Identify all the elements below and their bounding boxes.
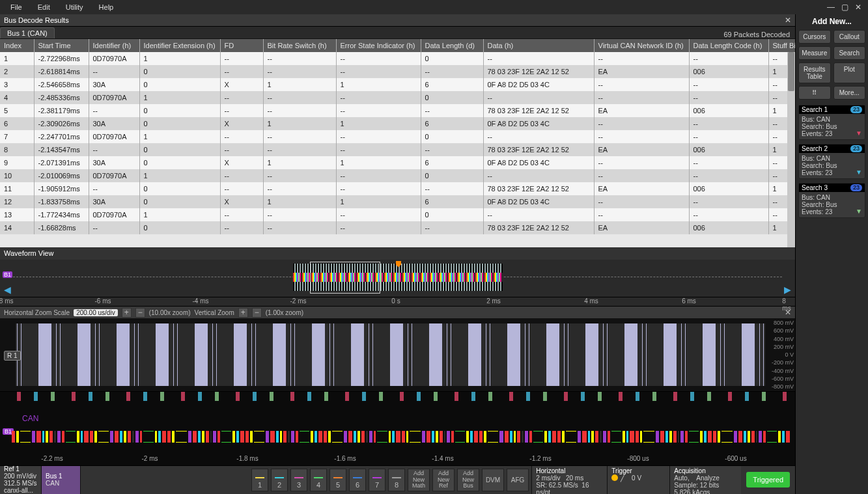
more--button[interactable]: More... <box>833 86 866 100</box>
measure-button[interactable]: Measure <box>798 46 831 60</box>
analog-waveform-area[interactable]: R 1 800 mV600 mV400 mV200 mV0 V-200 mV-4… <box>0 318 795 392</box>
window-minimize-icon[interactable]: — <box>827 3 835 12</box>
zoom-scale-value[interactable]: 200.00 us/div <box>74 309 118 316</box>
menu-help[interactable]: Help <box>91 3 122 11</box>
table-row[interactable]: 7-2.247701ms0D70970A1------0---------- <box>0 130 795 143</box>
zoom-v-plus-icon[interactable]: + <box>238 308 248 318</box>
table-vscroll[interactable] <box>787 52 795 247</box>
add-new-bus-button[interactable]: AddNewBus <box>457 469 479 491</box>
column-header[interactable]: Stuff Bit Count (h) <box>768 39 795 52</box>
column-header[interactable]: Bit Rate Switch (h) <box>263 39 336 52</box>
table-row[interactable]: 11-1.905912ms--0--------78 03 23F 12E 2A… <box>0 182 795 195</box>
column-header[interactable]: Data Length Code (h) <box>689 39 768 52</box>
add-new-math-button[interactable]: AddNewMath <box>408 469 430 491</box>
channel-6-button[interactable]: 6 <box>349 469 366 491</box>
bus-segment <box>708 431 712 443</box>
acquisition-settings-box[interactable]: Acquisition Auto, Analyze Sample: 12 bit… <box>669 466 741 494</box>
bus-decode-strip[interactable]: B1 CAN -2.2 ms-2 ms-1.8 ms-1.6 ms-1.4 ms… <box>0 392 795 465</box>
channel-2-button[interactable]: 2 <box>271 469 288 491</box>
table-row[interactable]: 8-2.143547ms--0--------78 03 23F 12E 2A2… <box>0 143 795 156</box>
window-close-icon[interactable]: ✕ <box>855 3 861 12</box>
window-maximize-icon[interactable]: ▢ <box>841 3 848 12</box>
search-1-pane[interactable]: Search 123Bus: CANSearch: BusEvents: 23▼ <box>798 105 865 140</box>
zoom-h-minus-icon[interactable]: − <box>135 308 145 318</box>
bus-segment <box>636 431 639 443</box>
table-row[interactable]: 6-2.309026ms30A0X1160F A8 D2 D5 03 4C---… <box>0 117 795 130</box>
zoom-h-plus-icon[interactable]: + <box>122 308 132 318</box>
overview-right-arrow-icon[interactable]: ▶ <box>784 284 791 295</box>
plot-button[interactable]: Plot <box>833 62 866 83</box>
table-row[interactable]: 14-1.66828ms--0--------78 03 23F 12E 2A2… <box>0 221 795 234</box>
table-row[interactable]: 3-2.546658ms30A0X1160F A8 D2 D5 03 4C---… <box>0 78 795 91</box>
table-row[interactable]: 5-2.381179ms--0--------78 03 23F 12E 2A2… <box>0 104 795 117</box>
search-2-pane[interactable]: Search 223Bus: CANSearch: BusEvents: 23▼ <box>798 144 865 179</box>
triggered-button[interactable]: Triggered <box>746 472 790 487</box>
column-header[interactable]: Data Length (d) <box>421 39 483 52</box>
table-row[interactable]: 9-2.071391ms30A0X1160F A8 D2 D5 03 4C---… <box>0 156 795 169</box>
waveform-overview[interactable]: B1 ◀ ▶ <box>0 260 795 297</box>
bus-segment <box>759 431 762 443</box>
search-3-pane[interactable]: Search 323Bus: CANSearch: BusEvents: 23▼ <box>798 183 865 218</box>
table-row[interactable]: 13-1.772434ms0D70970A1------0---------- <box>0 208 795 221</box>
bus-segment <box>522 431 524 443</box>
channel-7-button[interactable]: 7 <box>369 469 385 491</box>
add-new-ref-button[interactable]: AddNewRef <box>432 469 455 491</box>
--button[interactable]: ⠿ <box>798 86 831 100</box>
bus-results-close-icon[interactable]: ✕ <box>785 16 791 25</box>
channel-8-button[interactable]: 8 <box>388 469 405 491</box>
horizontal-settings-box[interactable]: Horizontal 2 ms/div 20 ms SR: 62.5 MS/s … <box>531 466 607 494</box>
bus-segment <box>422 431 425 443</box>
overview-left-arrow-icon[interactable]: ◀ <box>4 284 11 295</box>
bus1-settings-box[interactable]: Bus 1 CAN <box>42 466 81 494</box>
bus-segment <box>591 431 594 443</box>
bus-segment <box>344 431 347 443</box>
bus-segment <box>665 431 668 443</box>
vertical-zoom-label: Vertical Zoom <box>195 309 234 316</box>
table-row[interactable]: 2-2.618814ms--0--------78 03 23F 12E 2A2… <box>0 65 795 78</box>
menu-file[interactable]: File <box>3 3 30 11</box>
bus-segment <box>643 431 654 443</box>
afg-button[interactable]: AFG <box>507 469 529 491</box>
channel-5-button[interactable]: 5 <box>329 469 346 491</box>
column-header[interactable]: Error State Indicator (h) <box>336 39 421 52</box>
table-row[interactable]: 4-2.485336ms0D70970A1------0---------- <box>0 91 795 104</box>
column-header[interactable]: Index <box>0 39 34 52</box>
bus-segment <box>66 431 76 443</box>
ref1-settings-box[interactable]: Ref 1 200 mV/div 312.5 MS/s canxl-all... <box>0 466 42 494</box>
bus-segment <box>140 431 143 443</box>
menu-edit[interactable]: Edit <box>30 3 58 11</box>
bus-tab[interactable]: Bus 1 (CAN) <box>0 27 55 38</box>
channel-1-button[interactable]: 1 <box>251 469 268 491</box>
zoom-v-minus-icon[interactable]: − <box>252 308 262 318</box>
column-header[interactable]: Start Time <box>34 39 89 52</box>
trigger-settings-box[interactable]: Trigger ╱ 0 V <box>607 466 669 494</box>
results-table-button[interactable]: Results Table <box>798 62 831 83</box>
bus-segment <box>135 431 139 443</box>
vscale-label: -400 mV <box>768 368 794 374</box>
table-row[interactable]: 10-2.010069ms0D70970A1------0---------- <box>0 169 795 182</box>
column-header[interactable]: Data (h) <box>483 39 594 52</box>
bus-decode-table[interactable]: IndexStart TimeIdentifier (h)Identifier … <box>0 39 795 234</box>
column-header[interactable]: Virtual CAN Network ID (h) <box>594 39 689 52</box>
bus-segment <box>46 431 48 443</box>
column-header[interactable]: Identifier (h) <box>89 39 139 52</box>
dvm-button[interactable]: DVM <box>482 469 504 491</box>
table-row[interactable]: 12-1.833758ms30A0X1160F A8 D2 D5 03 4C--… <box>0 195 795 208</box>
column-header[interactable]: FD <box>220 39 263 52</box>
menu-utility[interactable]: Utility <box>58 3 91 11</box>
channel-4-button[interactable]: 4 <box>310 469 327 491</box>
cursors-button[interactable]: Cursors <box>798 30 831 44</box>
bus-segment <box>357 431 360 443</box>
table-row[interactable]: 1-2.722968ms0D70970A1------0---------- <box>0 52 795 65</box>
bus-segment <box>328 431 331 443</box>
channel-3-button[interactable]: 3 <box>290 469 307 491</box>
bus-segment <box>115 431 119 443</box>
overview-zoom-window[interactable] <box>310 262 380 294</box>
ref1-badge[interactable]: R 1 <box>4 351 21 361</box>
search-button[interactable]: Search <box>833 46 866 60</box>
bus-segment <box>210 431 212 443</box>
bus-segment <box>124 431 126 443</box>
column-header[interactable]: Identifier Extension (h) <box>139 39 220 52</box>
bus-segment <box>90 431 93 443</box>
callout-button[interactable]: Callout <box>833 30 866 44</box>
